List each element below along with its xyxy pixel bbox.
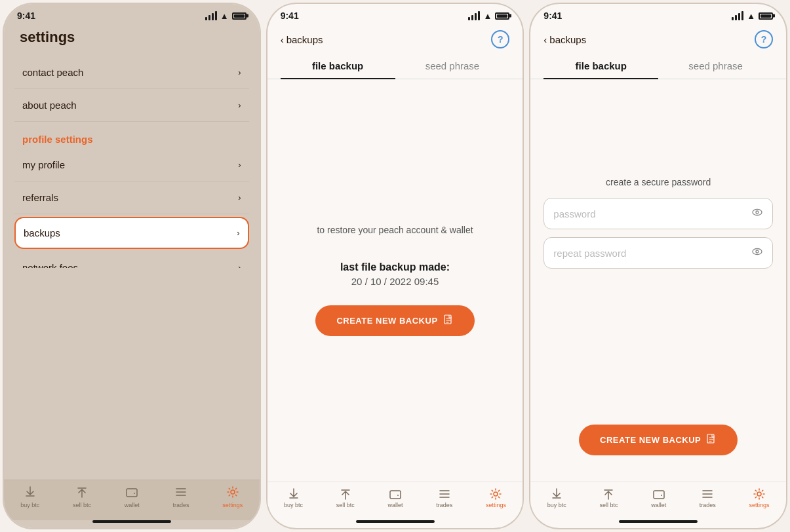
back-label-3: backups — [549, 34, 586, 45]
home-indicator — [92, 520, 171, 523]
sidebar-item-network-fees[interactable]: network fees › — [14, 252, 249, 268]
wallet-icon-2 — [389, 487, 402, 501]
nav3-settings[interactable]: settings — [749, 487, 770, 508]
password-field — [543, 198, 773, 229]
nav3-trades[interactable]: trades — [700, 487, 716, 508]
nav2-settings-label: settings — [486, 502, 506, 508]
svg-point-14 — [494, 492, 498, 496]
status-icons: ▲ — [205, 11, 247, 21]
nav2-sell-btc[interactable]: sell btc — [336, 487, 355, 508]
nav2-wallet[interactable]: wallet — [387, 487, 403, 508]
trades-icon-2 — [438, 487, 451, 501]
nav2-buy-btc[interactable]: buy btc — [284, 487, 303, 508]
create-backup-button-3[interactable]: CREATE NEW BACKUP — [579, 425, 738, 455]
back-arrow-icon-3: ‹ — [543, 34, 547, 45]
screen-header-3: ‹ backups ? — [530, 24, 786, 55]
wallet-icon-3 — [652, 487, 665, 501]
svg-point-17 — [753, 249, 762, 255]
svg-point-18 — [756, 250, 759, 253]
back-arrow-icon: ‹ — [281, 34, 284, 45]
eye-icon-repeat[interactable] — [751, 246, 763, 260]
help-button-3[interactable]: ? — [755, 30, 773, 48]
nav3-wallet-label: wallet — [651, 502, 666, 508]
sidebar-item-backups[interactable]: backups › — [14, 217, 249, 249]
chevron-icon: › — [238, 193, 241, 202]
backups-label: backups — [24, 227, 60, 238]
tab-seed-phrase[interactable]: seed phrase — [395, 55, 510, 79]
nav-trades[interactable]: trades — [173, 485, 189, 508]
last-backup-date: 20 / 10 / 2022 09:45 — [351, 276, 439, 287]
nav3-trades-label: trades — [700, 502, 716, 508]
screen-header-2: ‹ backups ? — [267, 24, 523, 55]
status-bar-2: 9:41 ▲ — [267, 4, 523, 24]
nav2-buy-btc-label: buy btc — [284, 502, 303, 508]
svg-point-6 — [231, 490, 235, 494]
nav-sell-btc-label: sell btc — [73, 502, 91, 508]
nav3-sell-btc-label: sell btc — [599, 502, 618, 508]
my-profile-label: my profile — [22, 159, 65, 170]
settings-icon-2 — [489, 487, 502, 501]
buy-btc-icon — [24, 485, 37, 501]
sidebar-item-my-profile[interactable]: my profile › — [14, 149, 249, 181]
nav-buy-btc-label: buy btc — [20, 502, 39, 508]
phone-backups-password: 9:41 ▲ ‹ backups ? file backup seed phra… — [530, 4, 786, 528]
password-section-label: create a secure password — [543, 177, 773, 187]
tab-file-backup-3[interactable]: file backup — [543, 55, 658, 79]
battery-icon — [232, 12, 247, 20]
home-indicator-2 — [356, 520, 435, 523]
help-button[interactable]: ? — [491, 30, 509, 48]
nav2-settings[interactable]: settings — [486, 487, 506, 508]
chevron-icon: › — [238, 263, 241, 268]
sidebar-item-referrals[interactable]: referrals › — [14, 181, 249, 214]
contact-peach-label: contact peach — [22, 67, 83, 78]
svg-point-26 — [757, 492, 761, 496]
nav-wallet[interactable]: wallet — [125, 485, 140, 508]
bottom-nav-2: buy btc sell btc wallet trades — [267, 482, 523, 520]
tab-file-backup[interactable]: file backup — [281, 55, 395, 79]
repeat-password-field — [543, 237, 773, 269]
sidebar-item-contact-peach[interactable]: contact peach › — [14, 56, 249, 89]
nav3-buy-btc[interactable]: buy btc — [547, 487, 566, 508]
nav2-trades[interactable]: trades — [436, 487, 452, 508]
profile-settings-label: profile settings — [14, 122, 249, 149]
settings-icon-3 — [753, 487, 766, 501]
nav3-settings-label: settings — [749, 502, 770, 508]
status-icons-2: ▲ — [468, 11, 509, 21]
wifi-icon-2: ▲ — [483, 11, 492, 21]
nav-buy-btc[interactable]: buy btc — [20, 485, 39, 508]
nav-trades-label: trades — [173, 502, 189, 508]
nav2-sell-btc-label: sell btc — [336, 502, 355, 508]
sell-btc-icon — [75, 485, 89, 501]
wifi-icon-3: ▲ — [747, 11, 755, 21]
bottom-nav-3: buy btc sell btc wallet trades — [530, 482, 786, 520]
network-fees-label: network fees — [22, 262, 78, 268]
back-button[interactable]: ‹ backups — [281, 34, 323, 45]
tab-seed-phrase-3[interactable]: seed phrase — [658, 55, 773, 79]
wifi-icon: ▲ — [220, 11, 229, 21]
wallet-icon — [125, 485, 138, 501]
nav-sell-btc[interactable]: sell btc — [73, 485, 91, 508]
nav-settings[interactable]: settings — [222, 485, 243, 508]
nav-settings-label: settings — [222, 502, 243, 508]
password-input[interactable] — [553, 208, 751, 219]
home-indicator-3 — [619, 520, 698, 523]
create-backup-button[interactable]: CREATE NEW BACKUP — [315, 305, 474, 336]
signal-icon-2 — [468, 11, 480, 20]
backup-file-icon-3 — [706, 434, 717, 446]
chevron-icon: › — [238, 67, 241, 77]
repeat-password-input[interactable] — [553, 248, 751, 259]
battery-icon-3 — [759, 12, 773, 20]
back-button-3[interactable]: ‹ backups — [543, 34, 586, 45]
tabs-2: file backup seed phrase — [267, 55, 523, 79]
create-backup-label-3: CREATE NEW BACKUP — [600, 435, 701, 445]
chevron-icon: › — [237, 228, 239, 238]
nav3-buy-btc-label: buy btc — [547, 502, 566, 508]
sell-btc-icon-3 — [602, 487, 615, 501]
sidebar-item-about-peach[interactable]: about peach › — [14, 89, 249, 122]
page-title: settings — [4, 24, 260, 56]
phone-settings: 9:41 ▲ settings contact peach › about pe… — [4, 4, 260, 528]
nav3-wallet[interactable]: wallet — [651, 487, 666, 508]
nav3-sell-btc[interactable]: sell btc — [599, 487, 618, 508]
status-bar-3: 9:41 ▲ — [530, 4, 786, 24]
eye-icon[interactable] — [751, 206, 763, 221]
